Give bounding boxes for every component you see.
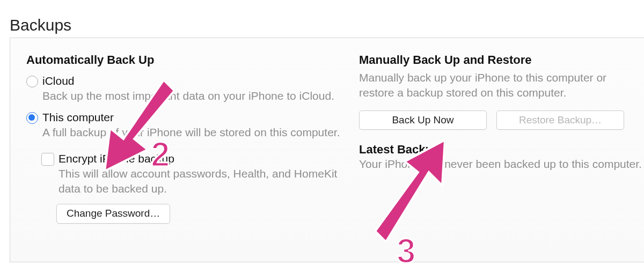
backups-panel: Automatically Back Up iCloud Back up the… [10,38,644,262]
radio-this-computer-label: This computer [42,111,340,124]
latest-backup-label: Latest Backup: [359,143,444,156]
radio-this-computer[interactable]: This computer A full backup of your iPho… [26,111,343,140]
encrypt-backup-checkbox[interactable] [41,153,54,166]
auto-backup-heading: Automatically Back Up [26,53,343,67]
encrypt-backup-label: Encrypt iPhone backup [58,152,338,165]
radio-this-computer-indicator [26,112,38,124]
section-title: Backups [0,0,644,40]
radio-icloud-indicator [26,76,38,87]
radio-icloud-desc: Back up the most important data on your … [42,88,334,104]
radio-icloud[interactable]: iCloud Back up the most important data o… [26,75,343,104]
encrypt-backup-desc: This will allow account passwords, Healt… [58,166,338,197]
latest-backup-value: Your iPhone has never been backed up to … [359,158,642,170]
manual-desc: Manually back up your iPhone to this com… [359,70,644,101]
change-password-button[interactable]: Change Password… [56,204,170,224]
restore-backup-button[interactable]: Restore Backup… [496,110,624,130]
radio-this-computer-desc: A full backup of your iPhone will be sto… [42,125,340,140]
annotation-number-3: 3 [397,231,416,271]
radio-icloud-label: iCloud [42,75,334,87]
manual-heading: Manually Back Up and Restore [359,53,644,67]
back-up-now-button[interactable]: Back Up Now [359,110,487,130]
